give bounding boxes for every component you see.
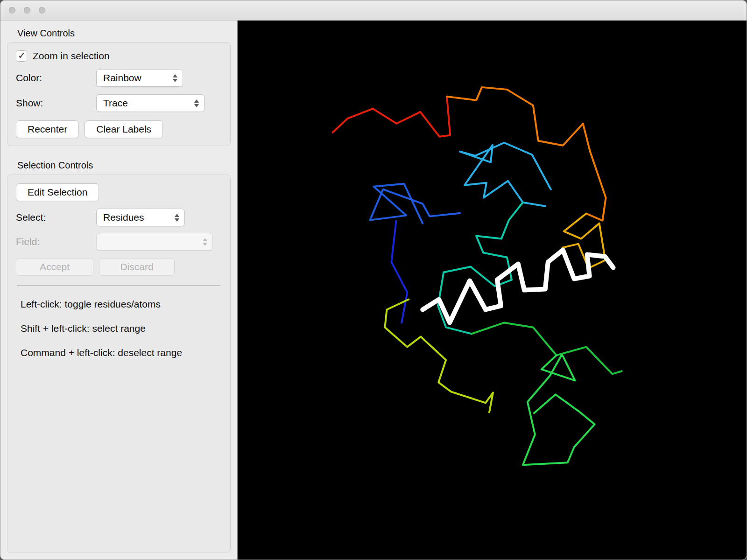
edit-selection-button[interactable]: Edit Selection (16, 183, 99, 201)
select-label: Select: (16, 212, 96, 223)
show-dropdown-value: Trace (103, 98, 128, 109)
title-bar (0, 0, 747, 21)
field-label: Field: (16, 236, 96, 247)
zoom-in-selection-label: Zoom in selection (33, 50, 110, 62)
chevron-up-icon (203, 238, 207, 241)
close-button[interactable] (9, 7, 15, 14)
discard-button: Discard (99, 258, 175, 276)
segment-blue[interactable] (370, 184, 460, 224)
chevron-up-icon (173, 74, 177, 77)
recenter-button[interactable]: Recenter (16, 120, 79, 138)
selection-controls-group: Edit Selection Select: Residues Field: (7, 175, 231, 553)
accept-button: Accept (16, 258, 93, 276)
segment-chartreuse[interactable] (385, 299, 493, 412)
selection-controls-title: Selection Controls (17, 160, 231, 171)
color-label: Color: (16, 72, 96, 84)
zoom-window-button[interactable] (39, 7, 45, 14)
segment-green[interactable] (472, 322, 621, 374)
chevron-down-icon (203, 243, 207, 246)
zoom-in-selection-checkbox[interactable] (16, 50, 27, 62)
segment-darkblue[interactable] (391, 221, 407, 323)
stepper-icon (193, 99, 200, 107)
chevron-down-icon (175, 218, 179, 222)
select-dropdown-value: Residues (103, 212, 144, 223)
hint-command-left-click: Command + left-click: deselect range (21, 347, 222, 358)
color-dropdown-value: Rainbow (103, 72, 141, 84)
section-divider (17, 285, 221, 286)
molecule-svg (238, 21, 747, 560)
show-dropdown[interactable]: Trace (96, 94, 204, 112)
stepper-icon (171, 74, 179, 82)
molecule-viewport[interactable] (238, 21, 747, 560)
chevron-up-icon (194, 99, 199, 103)
stepper-icon (201, 238, 209, 246)
stepper-icon (173, 214, 181, 222)
clear-labels-button[interactable]: Clear Labels (85, 120, 163, 138)
control-sidebar: View Controls Zoom in selection Color: R… (0, 21, 238, 560)
hint-left-click: Left-click: toggle residues/atoms (21, 299, 222, 310)
view-controls-group: Zoom in selection Color: Rainbow Show: (7, 42, 231, 146)
show-label: Show: (16, 98, 96, 109)
segment-green-lower[interactable] (523, 354, 595, 465)
field-dropdown (96, 233, 213, 251)
app-window: View Controls Zoom in selection Color: R… (0, 0, 747, 560)
minimize-button[interactable] (24, 7, 30, 14)
segment-red[interactable] (333, 97, 451, 137)
window-content: View Controls Zoom in selection Color: R… (0, 21, 747, 560)
color-dropdown[interactable]: Rainbow (96, 69, 183, 87)
hint-shift-left-click: Shift + left-click: select range (21, 323, 222, 334)
chevron-up-icon (175, 214, 179, 217)
chevron-down-icon (194, 104, 199, 107)
select-dropdown[interactable]: Residues (96, 209, 185, 226)
chevron-down-icon (173, 79, 177, 82)
segment-lightblue[interactable] (460, 143, 551, 206)
view-controls-title: View Controls (17, 28, 231, 39)
